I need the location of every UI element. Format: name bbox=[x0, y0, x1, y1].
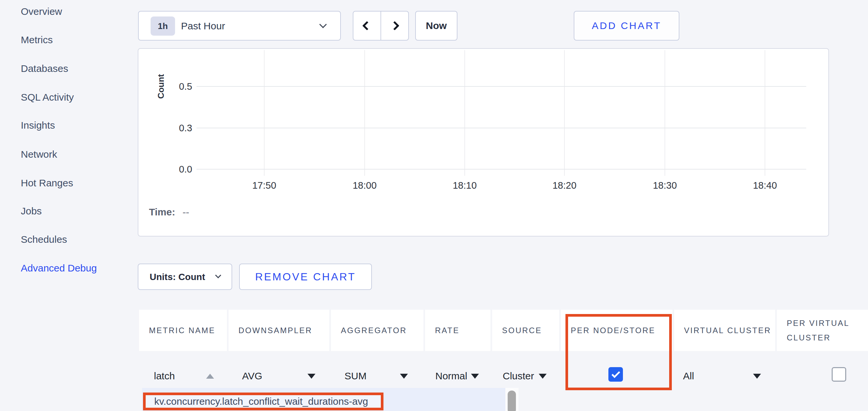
source-select[interactable]: Cluster bbox=[503, 369, 547, 383]
time-range-badge: 1h bbox=[151, 16, 175, 36]
chart-time-readout: Time: -- bbox=[149, 206, 189, 218]
header-metric-name: METRIC NAME bbox=[139, 310, 227, 351]
chevron-left-icon bbox=[362, 21, 372, 30]
sidebar-item-schedules[interactable]: Schedules bbox=[21, 233, 67, 246]
time-readout-value: -- bbox=[183, 206, 189, 217]
downsampler-value: AVG bbox=[242, 370, 262, 382]
sidebar-item-jobs[interactable]: Jobs bbox=[21, 205, 42, 218]
y-tick-2: 0.0 bbox=[159, 164, 192, 175]
virtual-cluster-select[interactable]: All bbox=[683, 369, 761, 383]
sidebar-item-network[interactable]: Network bbox=[21, 148, 57, 161]
units-selector-label: Units: Count bbox=[150, 272, 205, 282]
triangle-down-icon bbox=[400, 374, 408, 379]
aggregator-select[interactable]: SUM bbox=[344, 369, 408, 383]
header-aggregator: AGGREGATOR bbox=[331, 310, 424, 351]
per-virtual-cluster-checkbox[interactable] bbox=[832, 367, 846, 382]
triangle-down-icon bbox=[539, 374, 547, 379]
triangle-down-icon bbox=[471, 374, 479, 379]
annotation-box-suggestion: kv.concurrency.latch_conflict_wait_durat… bbox=[143, 392, 383, 410]
x-tick-1: 18:00 bbox=[342, 180, 388, 191]
add-chart-button[interactable]: ADD CHART bbox=[574, 11, 679, 41]
header-per-virtual-cluster: PER VIRTUAL CLUSTER bbox=[777, 310, 868, 351]
sidebar-item-hot-ranges[interactable]: Hot Ranges bbox=[21, 176, 73, 190]
x-tick-5: 18:40 bbox=[742, 180, 788, 191]
chevron-down-icon bbox=[215, 272, 221, 278]
time-range-label: Past Hour bbox=[181, 21, 225, 32]
triangle-up-icon bbox=[206, 374, 214, 379]
rate-select[interactable]: Normal bbox=[435, 369, 479, 383]
aggregator-value: SUM bbox=[344, 370, 367, 382]
dropdown-scrollbar-thumb[interactable] bbox=[508, 390, 516, 411]
virtual-cluster-value: All bbox=[683, 370, 694, 382]
source-value: Cluster bbox=[503, 370, 534, 382]
sidebar-item-insights[interactable]: Insights bbox=[21, 119, 55, 132]
time-range-selector[interactable]: 1h Past Hour bbox=[138, 11, 341, 41]
now-button[interactable]: Now bbox=[415, 11, 458, 41]
sidebar-item-databases[interactable]: Databases bbox=[21, 62, 68, 75]
chevron-right-icon bbox=[390, 21, 399, 30]
triangle-down-icon bbox=[308, 374, 315, 379]
sidebar-item-advanced-debug[interactable]: Advanced Debug bbox=[21, 262, 97, 275]
time-back-button[interactable] bbox=[353, 11, 381, 40]
dropdown-scrollbar[interactable] bbox=[505, 388, 519, 411]
header-virtual-cluster: VIRTUAL CLUSTER bbox=[674, 310, 775, 351]
sidebar-item-metrics[interactable]: Metrics bbox=[21, 33, 53, 46]
sidebar-item-sql-activity[interactable]: SQL Activity bbox=[21, 91, 74, 104]
y-tick-1: 0.3 bbox=[159, 123, 192, 134]
metric-name-value: latch bbox=[154, 370, 175, 382]
chevron-down-icon bbox=[319, 21, 327, 28]
app-root: Overview Metrics Databases SQL Activity … bbox=[0, 0, 868, 411]
time-readout-label: Time: bbox=[149, 206, 175, 217]
header-downsampler: DOWNSAMPLER bbox=[228, 310, 329, 351]
y-tick-0: 0.5 bbox=[159, 81, 192, 92]
downsampler-select[interactable]: AVG bbox=[242, 369, 315, 383]
x-tick-0: 17:50 bbox=[241, 180, 287, 191]
time-step-buttons bbox=[353, 11, 409, 41]
chart-card: Count 0.5 0.3 0.0 17:50 18:00 18:10 18:2… bbox=[138, 48, 829, 237]
per-node-store-checkbox[interactable] bbox=[609, 367, 623, 382]
checkmark-icon bbox=[611, 370, 620, 378]
header-per-node-store: PER NODE/STORE bbox=[561, 310, 673, 351]
x-tick-2: 18:10 bbox=[442, 180, 488, 191]
sidebar-item-overview[interactable]: Overview bbox=[21, 5, 62, 18]
rate-value: Normal bbox=[435, 370, 467, 382]
time-forward-button[interactable] bbox=[381, 11, 408, 40]
units-selector[interactable]: Units: Count bbox=[138, 264, 232, 290]
x-tick-3: 18:20 bbox=[541, 180, 588, 191]
triangle-down-icon bbox=[753, 374, 761, 379]
x-tick-4: 18:30 bbox=[642, 180, 688, 191]
header-source: SOURCE bbox=[492, 310, 559, 351]
metric-name-input[interactable]: latch bbox=[154, 369, 214, 383]
metric-suggestion-item[interactable]: kv.concurrency.latch_conflict_wait_durat… bbox=[146, 395, 381, 408]
remove-chart-button[interactable]: REMOVE CHART bbox=[239, 264, 372, 290]
header-rate: RATE bbox=[425, 310, 491, 351]
